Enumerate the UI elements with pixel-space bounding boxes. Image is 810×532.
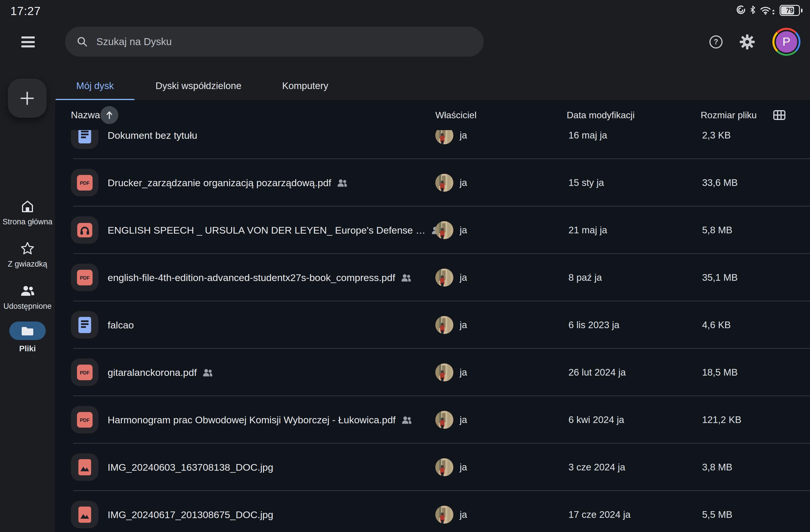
owner-avatar (435, 269, 453, 286)
new-fab-button[interactable] (8, 79, 47, 118)
file-size: 33,6 MB (702, 159, 738, 206)
tab-mój-dysk[interactable]: Mój dysk (55, 72, 135, 100)
status-time: 17:27 (11, 5, 41, 18)
help-button[interactable]: ? (709, 35, 723, 50)
column-header-name[interactable]: Nazwa (71, 100, 100, 130)
file-type-tile (71, 453, 98, 481)
column-header-modified[interactable]: Data modyfikacji (567, 100, 635, 130)
shared-indicator (202, 368, 213, 377)
account-avatar[interactable]: P (773, 28, 800, 56)
shared-indicator (337, 179, 347, 187)
shared-people-icon (202, 368, 213, 377)
avatar-letter: P (776, 31, 797, 53)
owner-avatar (435, 221, 453, 239)
folder-icon-holder (9, 321, 46, 340)
file-size: 5,8 MB (702, 206, 732, 254)
wifi-icon (760, 6, 775, 15)
search-bar[interactable] (65, 27, 484, 57)
column-header-size[interactable]: Rozmiar pliku (701, 100, 757, 130)
svg-text:PDF: PDF (80, 275, 90, 281)
sidebar-item-label: Strona główna (3, 217, 53, 227)
owner-avatar-photo (435, 458, 453, 476)
file-name-cell: IMG_20240617_201308675_DOC.jpg (108, 491, 273, 532)
file-rows: Dokument bez tytułuja16 maj ja2,3 KBPDFD… (55, 112, 810, 532)
file-row[interactable]: ENGLISH SPEECH _ URSULA VON DER LEYEN_ E… (55, 206, 810, 254)
modified-date: 17 cze 2024 ja (568, 491, 631, 532)
owner-avatar (435, 458, 453, 476)
file-type-tile (71, 311, 98, 338)
sidebar-item-label: Pliki (19, 344, 36, 353)
file-name-cell: IMG_20240603_163708138_DOC.jpg (108, 444, 273, 491)
file-name: ENGLISH SPEECH _ URSULA VON DER LEYEN_ E… (108, 225, 425, 236)
search-input[interactable] (96, 36, 444, 48)
file-row[interactable]: IMG_20240603_163708138_DOC.jpgja3 cze 20… (55, 444, 810, 491)
file-row[interactable]: falcaoja6 lis 2023 ja4,6 KB (55, 301, 810, 349)
pdf-icon: PDF (77, 175, 93, 190)
file-size: 4,6 KB (702, 301, 731, 349)
modified-date: 6 kwi 2024 ja (568, 396, 624, 444)
file-name-cell: english-file-4th-edition-advanced-studen… (108, 254, 411, 301)
file-row[interactable]: PDFHarmonogram prac Obwodowej Komisji Wy… (55, 396, 810, 444)
tab-bar: Mój dyskDyski współdzieloneKomputery (55, 72, 810, 101)
tab-dyski-współdzielone[interactable]: Dyski współdzielone (135, 72, 262, 100)
file-list-panel: Dokument bez tytułuja16 maj ja2,3 KBPDFD… (55, 100, 810, 532)
file-row[interactable]: PDFenglish-file-4th-edition-advanced-stu… (55, 254, 810, 301)
owner-label: ja (460, 206, 467, 254)
owner-avatar-photo (435, 269, 453, 286)
owner-avatar-photo (435, 316, 453, 334)
image-icon (78, 506, 91, 523)
bluetooth-icon (750, 5, 755, 15)
navigation-rail: Strona głównaZ gwiazdkąUdostępnionePliki (0, 19, 55, 532)
table-header: Nazwa Właściciel Data modyfikacji Rozmia… (55, 100, 810, 130)
sort-ascending-button[interactable] (100, 106, 118, 124)
shared-people-icon (402, 416, 412, 424)
star-icon (20, 242, 34, 255)
owner-label: ja (460, 491, 467, 532)
tab-label: Komputery (282, 80, 328, 92)
tab-label: Mój dysk (76, 80, 114, 92)
owner-avatar-photo (435, 174, 453, 192)
data-saver-icon (736, 5, 745, 16)
file-name: falcao (108, 319, 134, 331)
file-name: Dokument bez tytułu (108, 130, 197, 141)
file-size: 18,5 MB (702, 349, 738, 396)
audio-icon (77, 223, 92, 237)
file-name: IMG_20240617_201308675_DOC.jpg (108, 509, 273, 520)
pdf-icon: PDF (77, 365, 93, 380)
svg-text:PDF: PDF (80, 417, 90, 423)
sidebar-item-star[interactable]: Z gwiazdką (0, 241, 55, 269)
svg-text:?: ? (714, 37, 718, 46)
settings-gear-button[interactable] (740, 34, 755, 51)
owner-avatar-photo (435, 221, 453, 239)
modified-date: 21 maj ja (568, 206, 607, 254)
tab-komputery[interactable]: Komputery (262, 72, 349, 100)
file-row[interactable]: PDFDrucker_zarządzanie organizacją pozar… (55, 159, 810, 206)
google-drive-app: 17:27 79 ? (0, 0, 810, 532)
arrow-up-icon (105, 111, 113, 119)
modified-date: 3 cze 2024 ja (568, 444, 625, 491)
owner-label: ja (460, 254, 467, 301)
google-doc-icon (78, 317, 91, 333)
tab-list: Mój dyskDyski współdzieloneKomputery (55, 72, 349, 100)
svg-text:PDF: PDF (80, 370, 90, 376)
owner-avatar-photo (435, 506, 453, 523)
file-name: IMG_20240603_163708138_DOC.jpg (108, 462, 273, 473)
owner-label: ja (460, 444, 467, 491)
grid-view-icon (773, 110, 785, 120)
sidebar-item-people[interactable]: Udostępnione (0, 283, 55, 311)
home-icon-holder (21, 199, 34, 213)
modified-date: 15 sty ja (568, 159, 604, 206)
file-row[interactable]: IMG_20240617_201308675_DOC.jpgja17 cze 2… (55, 491, 810, 532)
owner-avatar (435, 316, 453, 334)
sidebar-item-home[interactable]: Strona główna (0, 199, 55, 227)
column-header-owner[interactable]: Właściciel (435, 100, 476, 130)
battery-icon: 79 (780, 5, 800, 16)
file-name-cell: falcao (108, 301, 134, 349)
sidebar-item-folder[interactable]: Pliki (0, 321, 55, 353)
battery-nub (801, 9, 803, 13)
file-row[interactable]: PDFgitaralanckorona.pdfja26 lut 2024 ja1… (55, 349, 810, 396)
grid-view-toggle-button[interactable] (773, 110, 785, 121)
modified-date: 6 lis 2023 ja (568, 301, 619, 349)
file-name-cell: Drucker_zarządzanie organizacją pozarząd… (108, 159, 347, 206)
status-icons: 79 (736, 5, 803, 16)
